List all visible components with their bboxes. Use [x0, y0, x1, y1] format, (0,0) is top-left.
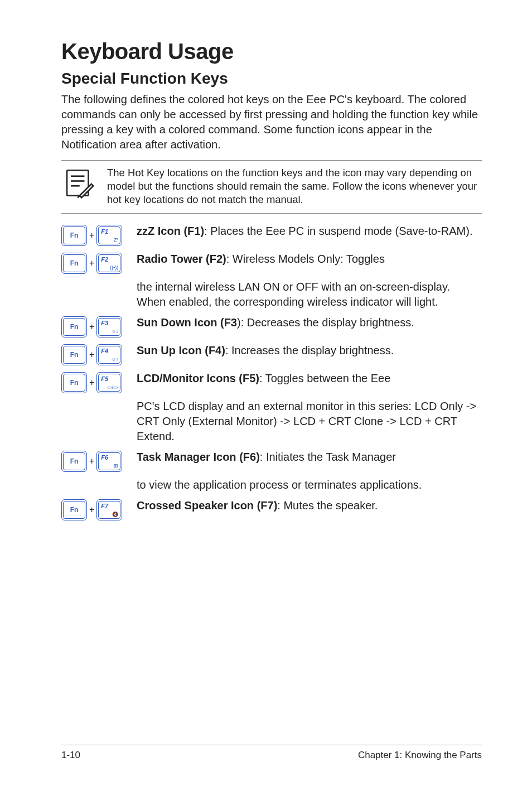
function-key-icon: F7🔇: [96, 499, 122, 520]
note-icon: [61, 166, 96, 206]
intro-paragraph: The following defines the colored hot ke…: [61, 92, 482, 152]
plus-sign: +: [89, 505, 94, 515]
hotkey-continuation: to view the application process or termi…: [137, 478, 482, 493]
plus-sign: +: [89, 258, 94, 268]
key-combo: +F6⊞: [61, 450, 137, 472]
fn-key-icon: [61, 499, 87, 520]
hotkey-title: zzZ Icon (F1): [137, 225, 204, 237]
hotkey-row: +F7🔇Crossed Speaker Icon (F7): Mutes the…: [61, 498, 482, 520]
key-combo: +F2((•)): [61, 252, 137, 274]
hotkey-description: LCD/Monitor Icons (F5): Toggles between …: [137, 371, 482, 386]
plus-sign: +: [89, 378, 94, 388]
function-key-glyph: ☼↑: [112, 356, 119, 362]
function-key-icon: F1Zᶻ: [96, 225, 122, 246]
hotkey-row: +F4☼↑Sun Up Icon (F4): Increases the dis…: [61, 343, 482, 365]
hotkey-description: Task Manager Icon (F6): Initiates the Ta…: [137, 450, 482, 465]
key-combo: +F1Zᶻ: [61, 224, 137, 246]
hotkey-row: +F6⊞Task Manager Icon (F6): Initiates th…: [61, 450, 482, 472]
function-key-glyph: 🔇: [112, 512, 118, 517]
hotkey-description: zzZ Icon (F1): Places the Eee PC in susp…: [137, 224, 482, 239]
key-combo: +F4☼↑: [61, 343, 137, 365]
function-key-glyph: Zᶻ: [114, 237, 119, 243]
function-key-glyph: ((•)): [110, 265, 118, 271]
function-key-label: F6: [101, 454, 108, 461]
fn-key-icon: [61, 344, 87, 365]
hotkey-rest: : Increases the display brightness.: [225, 344, 394, 356]
note-text: The Hot Key locations on the function ke…: [107, 166, 482, 206]
page-number: 1-10: [61, 750, 80, 761]
hotkey-rest: : Mutes the speaker.: [277, 499, 378, 512]
hotkey-description: Sun Down Icon (F3): Decreases the displa…: [137, 315, 482, 330]
hotkey-title: Sun Up Icon (F4): [137, 344, 225, 356]
hotkey-title: Radio Tower (F2): [137, 253, 226, 265]
plus-sign: +: [89, 230, 94, 240]
hotkey-description: Radio Tower (F2): Wireless Models Only: …: [137, 252, 482, 267]
key-combo: +F5▭/▭: [61, 371, 137, 393]
plus-sign: +: [89, 456, 94, 466]
hotkey-rest: : Places the Eee PC in suspend mode (Sav…: [204, 225, 472, 237]
hotkey-row: +F2((•))Radio Tower (F2): Wireless Model…: [61, 252, 482, 274]
hotkey-row: +F3☼↓Sun Down Icon (F3): Decreases the d…: [61, 315, 482, 337]
hotkey-title: LCD/Monitor Icons (F5): [137, 372, 259, 384]
note-block: The Hot Key locations on the function ke…: [61, 160, 482, 214]
hotkey-rest: : Toggles between the Eee: [259, 372, 390, 384]
hotkey-continuation: PC's LCD display and an external monitor…: [137, 399, 482, 444]
function-key-glyph: ▭/▭: [107, 384, 119, 390]
function-key-label: F5: [101, 375, 108, 382]
page-heading: Keyboard Usage: [61, 39, 482, 64]
plus-sign: +: [89, 322, 94, 332]
hotkey-description: Sun Up Icon (F4): Increases the display …: [137, 343, 482, 358]
plus-sign: +: [89, 350, 94, 360]
function-key-label: F2: [101, 256, 108, 263]
page-footer: 1-10 Chapter 1: Knowing the Parts: [61, 745, 482, 761]
function-key-glyph: ☼↓: [112, 329, 119, 334]
fn-key-icon: [61, 253, 87, 274]
chapter-label: Chapter 1: Knowing the Parts: [358, 750, 482, 761]
hotkey-description: Crossed Speaker Icon (F7): Mutes the spe…: [137, 498, 482, 513]
function-key-icon: F2((•)): [96, 253, 122, 274]
key-combo: +F7🔇: [61, 498, 137, 520]
function-key-label: F4: [101, 348, 108, 354]
fn-key-icon: [61, 372, 87, 393]
function-key-icon: F6⊞: [96, 451, 122, 472]
function-key-icon: F5▭/▭: [96, 372, 122, 393]
hotkey-rest: : Initiates the Task Manager: [260, 451, 396, 463]
hotkey-row: +F1ZᶻzzZ Icon (F1): Places the Eee PC in…: [61, 224, 482, 246]
fn-key-icon: [61, 451, 87, 472]
hotkey-title: Crossed Speaker Icon (F7): [137, 499, 277, 512]
function-key-icon: F3☼↓: [96, 316, 122, 337]
function-key-glyph: ⊞: [114, 463, 118, 469]
section-heading: Special Function Keys: [61, 70, 482, 88]
function-key-icon: F4☼↑: [96, 344, 122, 365]
hotkey-rest: ): Decreases the display brightness.: [237, 316, 414, 329]
function-key-label: F7: [101, 503, 108, 509]
fn-key-icon: [61, 225, 87, 246]
hotkey-title: Task Manager Icon (F6): [137, 451, 260, 463]
function-key-label: F3: [101, 320, 108, 326]
hotkey-rest: : Wireless Models Only: Toggles: [226, 253, 385, 265]
function-key-label: F1: [101, 228, 108, 235]
fn-key-icon: [61, 316, 87, 337]
key-combo: +F3☼↓: [61, 315, 137, 337]
hotkey-title: Sun Down Icon (F3: [137, 316, 237, 329]
hotkey-continuation: the internal wireless LAN ON or OFF with…: [137, 279, 482, 310]
hotkey-row: +F5▭/▭LCD/Monitor Icons (F5): Toggles be…: [61, 371, 482, 393]
